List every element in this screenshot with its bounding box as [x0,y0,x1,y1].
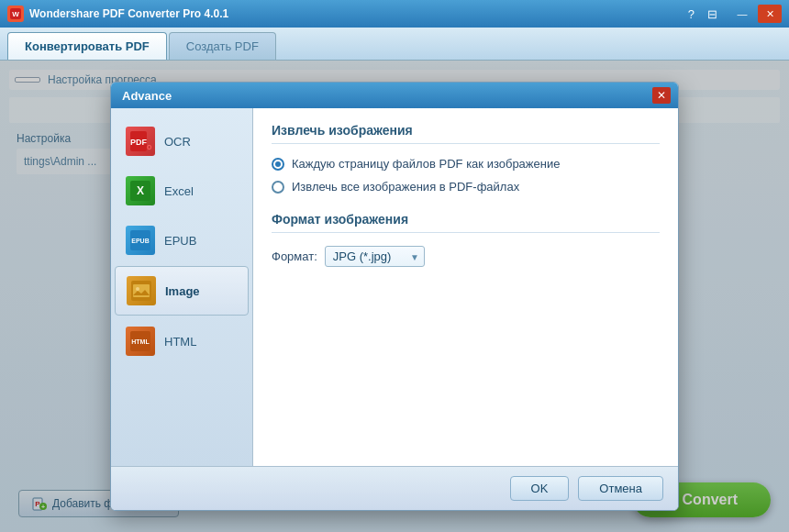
nav-label-excel: Excel [164,184,194,198]
bookmark-icon[interactable]: ⊟ [707,7,717,21]
ocr-icon: PDF O [126,127,155,156]
nav-item-html[interactable]: HTML HTML [115,317,249,365]
nav-item-epub[interactable]: EPUB EPUB [115,216,249,264]
nav-item-image[interactable]: Image [115,266,249,316]
title-bar: W Wondershare PDF Converter Pro 4.0.1 ? … [0,0,789,28]
svg-text:X: X [137,184,144,197]
modal-footer: OK Отмена [111,466,678,510]
radio-all-images-circle [272,181,284,194]
nav-label-image: Image [165,284,200,298]
tab-create-pdf[interactable]: Создать PDF [169,32,276,60]
main-content: Настройка прогресса Настройка ttings\Adm… [0,61,789,532]
nav-label-ocr: OCR [164,135,191,149]
title-bar-controls: ? ⊟ — ✕ [688,5,782,23]
nav-item-ocr[interactable]: PDF O OCR [115,117,249,165]
svg-text:EPUB: EPUB [131,238,149,244]
tab-bar: Конвертировать PDF Создать PDF [0,28,789,61]
format-select-wrapper: JPG (*.jpg) PNG (*.png) BMP (*.bmp) TIFF… [325,246,425,267]
app-title: Wondershare PDF Converter Pro 4.0.1 [29,7,228,20]
image-icon [127,276,156,305]
radio-group: Каждую страницу файлов PDF как изображен… [272,157,660,194]
tab-convert-pdf[interactable]: Конвертировать PDF [7,32,167,60]
svg-text:HTML: HTML [131,338,150,345]
format-label: Формат: [272,249,317,263]
nav-label-epub: EPUB [164,234,196,248]
help-icon[interactable]: ? [688,7,695,21]
radio-item-all-images[interactable]: Извлечь все изображения в PDF-файлах [272,180,660,194]
format-section: Формат изображения Формат: JPG (*.jpg) P… [272,212,660,267]
format-select[interactable]: JPG (*.jpg) PNG (*.png) BMP (*.bmp) TIFF… [325,246,425,267]
svg-text:W: W [12,10,19,18]
epub-icon: EPUB [126,226,155,255]
html-icon: HTML [126,327,155,356]
nav-label-html: HTML [164,335,196,349]
close-button[interactable]: ✕ [758,5,782,23]
section2-title: Формат изображения [272,212,660,233]
modal-overlay: Advance ✕ PDF O [0,61,789,532]
modal-title: Advance [122,89,172,103]
title-bar-left: W Wondershare PDF Converter Pro 4.0.1 [7,6,228,22]
modal-right-content: Извлечь изображения Каждую страницу файл… [253,108,678,466]
modal-close-button[interactable]: ✕ [652,87,671,104]
app-icon: W [7,6,24,22]
svg-text:O: O [147,144,152,150]
modal-titlebar: Advance ✕ [111,83,678,108]
excel-icon: X [126,176,155,205]
cancel-button[interactable]: Отмена [578,476,663,501]
radio-item-per-page[interactable]: Каждую страницу файлов PDF как изображен… [272,157,660,171]
radio-per-page-circle [272,158,284,171]
svg-text:PDF: PDF [130,138,148,147]
svg-point-16 [136,287,139,291]
radio-per-page-label: Каждую страницу файлов PDF как изображен… [292,157,560,171]
minimize-button[interactable]: — [730,5,754,23]
section1-title: Извлечь изображения [272,123,660,144]
format-row: Формат: JPG (*.jpg) PNG (*.png) BMP (*.b… [272,246,660,267]
modal-nav: PDF O OCR X [111,108,253,466]
nav-item-excel[interactable]: X Excel [115,167,249,215]
ok-button[interactable]: OK [510,476,570,501]
advance-dialog: Advance ✕ PDF O [110,82,679,511]
modal-body: PDF O OCR X [111,108,678,466]
radio-all-images-label: Извлечь все изображения в PDF-файлах [292,180,519,194]
